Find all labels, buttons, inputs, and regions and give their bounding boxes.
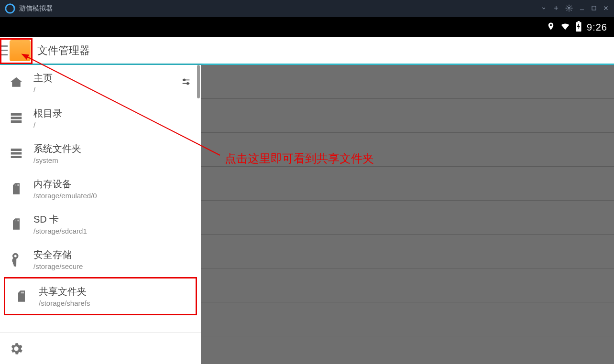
list-item[interactable] [201,235,614,268]
navigation-drawer: 主页 / 根目录 / 系统文件夹 /system [0,65,201,364]
list-item[interactable] [201,201,614,235]
sdcard-icon [9,181,24,196]
storage-icon [9,110,24,126]
sidebar-item-label: 主页 [33,72,171,85]
sidebar-item-home[interactable]: 主页 / [0,65,201,100]
content-area [201,65,614,364]
sidebar-scrollbar[interactable] [197,65,200,278]
sidebar-item-secure[interactable]: 安全存储 /storage/secure [0,242,201,277]
svg-rect-11 [11,152,22,155]
storage-icon [9,146,24,161]
list-item[interactable] [201,99,614,133]
sdcard-icon [14,289,29,304]
svg-rect-7 [11,113,22,116]
pin-icon[interactable] [553,5,559,13]
gear-icon[interactable] [565,4,573,13]
svg-point-6 [187,83,189,85]
list-item[interactable] [201,302,614,336]
highlight-shared-folder: 共享文件夹 /storage/sharefs [4,277,197,315]
hamburger-icon[interactable] [1,40,8,61]
svg-rect-2 [592,6,596,10]
sidebar-item-label: 安全存储 [33,248,192,261]
svg-rect-10 [11,149,22,151]
emulator-titlebar: 游信模拟器 [0,0,614,17]
battery-icon [575,21,582,34]
sidebar-item-system[interactable]: 系统文件夹 /system [0,136,201,171]
svg-point-1 [568,7,570,9]
sidebar-item-label: 共享文件夹 [39,285,187,298]
minimize-icon[interactable] [579,5,585,13]
list-item[interactable] [201,65,614,99]
close-icon[interactable] [603,5,609,13]
sidebar-item-path: /system [33,156,192,164]
location-icon [547,22,555,33]
sidebar-item-path: /storage/sdcard1 [33,227,192,235]
android-statusbar: 9:26 [0,17,614,37]
app-title: 文件管理器 [37,43,90,58]
home-icon [9,75,24,90]
sidebar-item-path: / [33,121,192,129]
key-icon [9,252,24,267]
gear-icon[interactable] [9,341,23,355]
wifi-icon [560,21,570,34]
svg-point-5 [184,79,186,81]
list-item[interactable] [201,133,614,167]
maximize-icon[interactable] [591,5,597,12]
list-item[interactable] [201,268,614,302]
svg-rect-12 [11,156,22,158]
sdcard-icon [9,216,24,232]
sidebar-item-path: /storage/secure [33,262,192,270]
list-item[interactable] [201,167,614,201]
sidebar-item-label: 系统文件夹 [33,142,192,155]
svg-rect-4 [578,21,580,22]
sidebar-item-path: /storage/sharefs [39,299,187,307]
sidebar-item-path: /storage/emulated/0 [33,192,192,200]
sidebar-item-internal-storage[interactable]: 内存设备 /storage/emulated/0 [0,171,201,206]
app-toolbar: 文件管理器 [0,37,614,65]
sidebar-item-path: / [33,86,171,94]
sidebar-item-root[interactable]: 根目录 / [0,100,201,136]
emulator-window-controls [540,4,609,13]
dropdown-icon[interactable] [540,5,547,13]
sidebar-item-label: SD 卡 [33,213,192,226]
emulator-title: 游信模拟器 [19,4,53,13]
folder-icon [10,40,31,61]
sidebar-item-label: 根目录 [33,107,192,120]
sidebar-item-sharefs[interactable]: 共享文件夹 /storage/sharefs [5,278,196,314]
emulator-logo-icon [5,3,15,14]
sidebar-footer [0,332,201,364]
statusbar-time: 9:26 [587,22,607,33]
sidebar-item-sdcard[interactable]: SD 卡 /storage/sdcard1 [0,206,201,242]
adjust-icon[interactable] [181,76,192,89]
sidebar-item-label: 内存设备 [33,178,192,191]
svg-rect-9 [11,120,22,123]
svg-rect-8 [11,117,22,119]
